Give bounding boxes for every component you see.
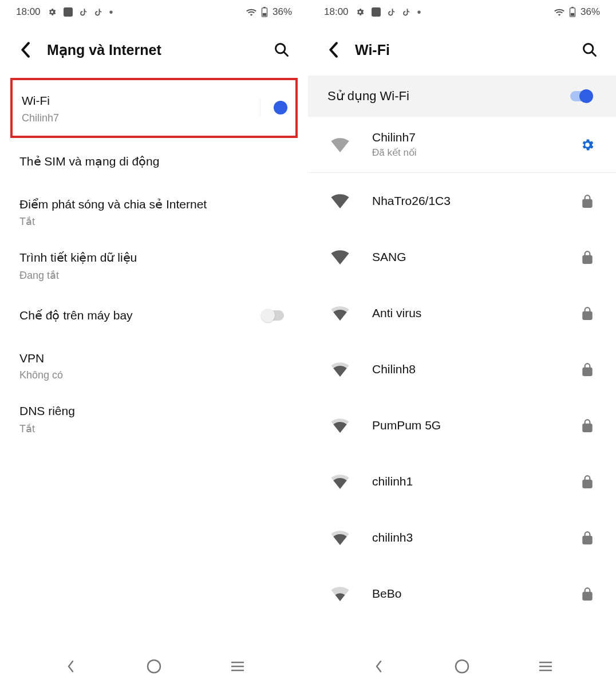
svg-rect-9 <box>372 7 381 17</box>
airplane-row[interactable]: Chế độ trên máy bay <box>0 292 308 339</box>
wifi-signal-icon <box>327 474 353 489</box>
battery-percent: 36% <box>273 6 292 18</box>
wifi-signal-icon <box>327 137 353 152</box>
wifi-item[interactable]: SANG <box>308 229 616 285</box>
wifi-settings-button[interactable] <box>578 137 597 152</box>
svg-point-5 <box>148 660 160 673</box>
nav-recents-button[interactable] <box>226 655 249 678</box>
wifi-signal-icon <box>327 250 353 264</box>
search-button[interactable] <box>581 41 599 59</box>
screen-network-settings: 18:00 • 36% <box>0 0 308 687</box>
highlight-wifi-row: Wi-Fi Chilinh7 <box>10 78 298 138</box>
svg-rect-16 <box>583 312 591 319</box>
tiktok-icon <box>94 7 102 17</box>
wifi-name: Anti virus <box>372 306 559 320</box>
svg-rect-12 <box>571 13 574 16</box>
gear-icon <box>48 7 57 17</box>
wifi-item[interactable]: Chilinh8 <box>308 341 616 397</box>
airplane-toggle[interactable] <box>262 307 289 323</box>
wifi-icon <box>554 8 564 16</box>
app-bar: Mạng và Internet <box>0 24 308 76</box>
tiktok-icon <box>80 7 88 17</box>
vpn-title: VPN <box>19 349 289 368</box>
use-wifi-row[interactable]: Sử dụng Wi-Fi <box>308 76 616 117</box>
vpn-subtitle: Không có <box>19 369 289 381</box>
lock-icon <box>578 306 597 320</box>
wifi-toggle[interactable] <box>260 100 286 116</box>
nav-home-button[interactable] <box>143 655 165 678</box>
wifi-item[interactable]: NhaTro26/1C3 <box>308 173 616 229</box>
navigation-bar <box>308 646 616 687</box>
tiktok-icon <box>388 7 396 17</box>
settings-list: Wi-Fi Chilinh7 Thẻ SIM và mạng di động Đ… <box>0 76 308 646</box>
nav-back-button[interactable] <box>59 655 82 678</box>
svg-rect-3 <box>263 13 266 16</box>
use-wifi-toggle[interactable] <box>570 88 597 104</box>
back-button[interactable] <box>325 42 341 58</box>
svg-rect-21 <box>583 593 591 600</box>
sim-title: Thẻ SIM và mạng di động <box>19 152 289 171</box>
wifi-signal-icon <box>327 362 353 377</box>
nav-recents-button[interactable] <box>534 655 557 678</box>
svg-rect-14 <box>583 200 591 207</box>
wifi-item[interactable]: chilinh3 <box>308 510 616 566</box>
navigation-bar <box>0 646 308 687</box>
lock-icon <box>578 475 597 488</box>
svg-rect-11 <box>571 7 574 8</box>
wifi-network-list: Chilinh7 Đã kết nối NhaTro26/1C3SANGAnti… <box>308 117 616 646</box>
wifi-name: chilinh1 <box>372 475 559 488</box>
datasaver-title: Trình tiết kiệm dữ liệu <box>19 248 289 267</box>
lock-icon <box>578 362 597 376</box>
wifi-signal-icon <box>327 194 353 208</box>
svg-rect-19 <box>583 480 591 488</box>
tiktok-icon <box>402 7 410 17</box>
wifi-item[interactable]: Anti virus <box>308 285 616 341</box>
wifi-item[interactable]: chilinh1 <box>308 453 616 510</box>
wifi-name: Chilinh7 <box>372 131 559 144</box>
gear-icon <box>356 7 365 17</box>
status-time: 18:00 <box>324 6 349 18</box>
screen-wifi-list: 18:00 • 36% <box>308 0 616 687</box>
wifi-title: Wi-Fi <box>22 92 260 110</box>
lock-icon <box>578 531 597 544</box>
wifi-connected-item[interactable]: Chilinh7 Đã kết nối <box>308 117 616 173</box>
use-wifi-label: Sử dụng Wi-Fi <box>327 89 570 104</box>
hotspot-subtitle: Tắt <box>19 215 289 228</box>
status-bar: 18:00 • 36% <box>0 0 308 24</box>
svg-point-22 <box>456 660 468 673</box>
battery-icon <box>569 7 576 17</box>
wifi-name: SANG <box>372 250 559 264</box>
more-notifications-icon: • <box>417 6 421 18</box>
wifi-row[interactable]: Wi-Fi Chilinh7 <box>13 80 295 136</box>
sim-row[interactable]: Thẻ SIM và mạng di động <box>0 138 308 185</box>
wifi-status: Đã kết nối <box>372 147 559 159</box>
svg-rect-18 <box>583 424 591 432</box>
nav-back-button[interactable] <box>367 655 390 678</box>
wifi-item[interactable]: BeBo <box>308 566 616 622</box>
datasaver-subtitle: Đang tắt <box>19 269 289 282</box>
lock-icon <box>578 587 597 601</box>
vpn-row[interactable]: VPN Không có <box>0 339 308 392</box>
battery-icon <box>261 7 268 17</box>
app-icon <box>372 7 381 17</box>
dns-subtitle: Tắt <box>19 423 289 435</box>
app-bar: Wi-Fi <box>308 24 616 76</box>
svg-rect-2 <box>263 7 266 8</box>
dns-title: DNS riêng <box>19 402 289 420</box>
dns-row[interactable]: DNS riêng Tắt <box>0 392 308 445</box>
svg-rect-0 <box>64 7 73 17</box>
hotspot-title: Điểm phát sóng và chia sẻ Internet <box>19 195 289 214</box>
nav-home-button[interactable] <box>451 655 473 678</box>
wifi-signal-icon <box>327 418 353 433</box>
hotspot-row[interactable]: Điểm phát sóng và chia sẻ Internet Tắt <box>0 185 308 239</box>
datasaver-row[interactable]: Trình tiết kiệm dữ liệu Đang tắt <box>0 238 308 292</box>
page-title: Mạng và Internet <box>47 42 259 58</box>
airplane-title: Chế độ trên máy bay <box>19 306 262 325</box>
status-bar: 18:00 • 36% <box>308 0 616 24</box>
wifi-item[interactable]: PumPum 5G <box>308 397 616 453</box>
page-title: Wi-Fi <box>355 42 567 58</box>
app-icon <box>64 7 73 17</box>
search-button[interactable] <box>273 41 291 59</box>
lock-icon <box>578 194 597 208</box>
back-button[interactable] <box>17 42 33 58</box>
